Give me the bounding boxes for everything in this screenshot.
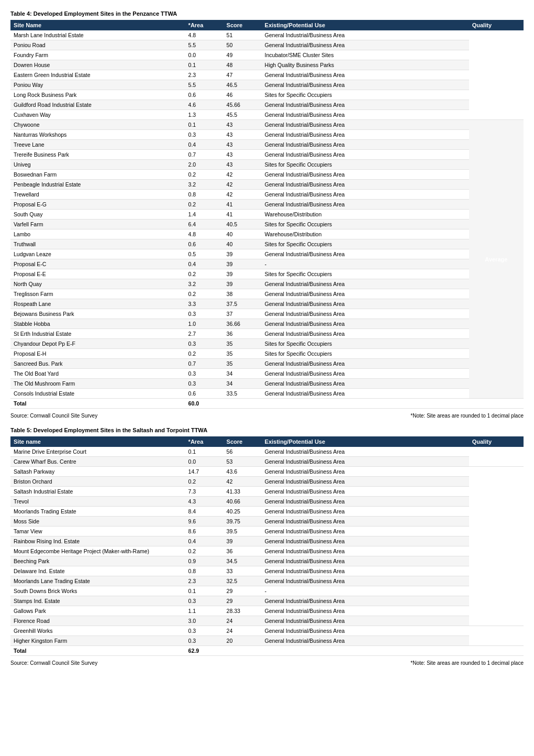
table-row: Stamps Ind. Estate0.329General Industria… — [10, 596, 524, 606]
score-cell: 43 — [224, 160, 262, 170]
area-cell: 0.2 — [185, 200, 224, 210]
score-cell: 20 — [224, 636, 262, 646]
site-name-cell: Boswednan Farm — [10, 170, 185, 180]
use-cell: General Industrial/Business Area — [262, 120, 469, 130]
score-cell: 39 — [224, 279, 262, 289]
site-name-cell: North Quay — [10, 279, 185, 289]
site-name-cell: Guildford Road Industrial Estate — [10, 100, 185, 110]
use-cell: General Industrial/Business Area — [262, 100, 469, 110]
score-cell: 49 — [224, 50, 262, 60]
area-cell: 1.3 — [185, 110, 224, 120]
use-cell: General Industrial/Business Area — [262, 487, 469, 497]
table-row: St Erth Industrial Estate2.736General In… — [10, 329, 524, 339]
table-row: Guildford Road Industrial Estate4.645.66… — [10, 100, 524, 110]
use-cell: Sites for Specific Occupiers — [262, 349, 469, 359]
table-row: Briston Orchard0.242General Industrial/B… — [10, 477, 524, 487]
site-name-cell: Poniou Road — [10, 40, 185, 50]
use-cell: General Industrial/Business Area — [262, 566, 469, 576]
table5-header-use: Existing/Potential Use — [262, 436, 469, 447]
area-cell: 8.4 — [185, 507, 224, 517]
site-name-cell: Stabble Hobba — [10, 319, 185, 329]
score-cell: 37.5 — [224, 299, 262, 309]
area-cell: 5.5 — [185, 40, 224, 50]
area-cell: 9.6 — [185, 517, 224, 527]
table-row: Chywoone0.143General Industrial/Business… — [10, 120, 524, 130]
use-cell: General Industrial/Business Area — [262, 457, 469, 467]
site-name-cell: Poniou Way — [10, 80, 185, 90]
use-cell: General Industrial/Business Area — [262, 467, 469, 477]
area-cell: 0.3 — [185, 636, 224, 646]
use-cell: - — [262, 259, 469, 269]
table4-title: Table 4: Developed Employment Sites in t… — [10, 10, 524, 17]
score-cell: 56 — [224, 447, 262, 457]
table-row: Marine Drive Enterprise Court0.156Genera… — [10, 447, 524, 457]
score-cell: 32.5 — [224, 576, 262, 586]
total-use-empty — [262, 646, 469, 656]
site-name-cell: Moorlands Trading Estate — [10, 507, 185, 517]
table-row: Poniou Way5.546.5General Industrial/Busi… — [10, 80, 524, 90]
site-name-cell: The Old Mushroom Farm — [10, 379, 185, 389]
area-cell: 0.6 — [185, 239, 224, 249]
use-cell: General Industrial/Business Area — [262, 536, 469, 546]
score-cell: 43 — [224, 120, 262, 130]
score-cell: 39.5 — [224, 527, 262, 536]
site-name-cell: Sancreed Bus. Park — [10, 359, 185, 369]
use-cell: General Industrial/Business Area — [262, 40, 469, 50]
table5-header-area: *Area — [185, 436, 224, 447]
area-cell: 0.2 — [185, 170, 224, 180]
score-cell: 42 — [224, 190, 262, 200]
score-cell: 34 — [224, 379, 262, 389]
site-name-cell: Proposal E-E — [10, 269, 185, 279]
score-cell: 33 — [224, 566, 262, 576]
use-cell: General Industrial/Business Area — [262, 80, 469, 90]
area-cell: 0.7 — [185, 150, 224, 160]
table-row: Varfell Farm6.440.5Sites for Specific Oc… — [10, 220, 524, 229]
table-row: Penbeagle Industrial Estate3.242General … — [10, 180, 524, 190]
score-cell: 46 — [224, 90, 262, 100]
use-cell: Incubator/SME Cluster Sites — [262, 50, 469, 60]
score-cell: 35 — [224, 359, 262, 369]
area-cell: 0.0 — [185, 457, 224, 467]
table-row: Moss Side9.639.75General Industrial/Busi… — [10, 517, 524, 527]
table-row: Delaware Ind. Estate0.833General Industr… — [10, 566, 524, 576]
score-cell: 40 — [224, 229, 262, 239]
site-name-cell: Mount Edgecombe Heritage Project (Maker-… — [10, 546, 185, 556]
table-row: Mount Edgecombe Heritage Project (Maker-… — [10, 546, 524, 556]
use-cell: General Industrial/Business Area — [262, 517, 469, 527]
table-row: Boswednan Farm0.242General Industrial/Bu… — [10, 170, 524, 180]
score-cell: 43 — [224, 130, 262, 140]
score-cell: 39 — [224, 536, 262, 546]
use-cell: Sites for Specific Occupiers — [262, 90, 469, 100]
use-cell: - — [262, 586, 469, 596]
quality-cell: Average — [469, 467, 524, 626]
use-cell: General Industrial/Business Area — [262, 319, 469, 329]
table-row: Proposal E-H0.235Sites for Specific Occu… — [10, 349, 524, 359]
use-cell: General Industrial/Business Area — [262, 329, 469, 339]
site-name-cell: Beeching Park — [10, 556, 185, 566]
area-cell: 0.1 — [185, 60, 224, 70]
table-row: Rainbow Rising Ind. Estate0.439General I… — [10, 536, 524, 546]
area-cell: 0.9 — [185, 556, 224, 566]
table-row: Gallows Park1.128.33General Industrial/B… — [10, 606, 524, 616]
site-name-cell: Tamar View — [10, 527, 185, 536]
score-cell: 39 — [224, 259, 262, 269]
site-name-cell: Trewellard — [10, 190, 185, 200]
site-name-cell: Ludgvan Leaze — [10, 249, 185, 259]
area-cell: 4.6 — [185, 100, 224, 110]
use-cell: General Industrial/Business Area — [262, 576, 469, 586]
use-cell: Warehouse/Distribution — [262, 210, 469, 220]
use-cell: General Industrial/Business Area — [262, 626, 469, 636]
use-cell: General Industrial/Business Area — [262, 497, 469, 507]
table-row: Greenhill Works0.324General Industrial/B… — [10, 626, 524, 636]
table-row: Bejowans Business Park0.337General Indus… — [10, 309, 524, 319]
table-row: Ludgvan Leaze0.539General Industrial/Bus… — [10, 249, 524, 259]
area-cell: 0.6 — [185, 389, 224, 399]
area-cell: 0.1 — [185, 120, 224, 130]
area-cell: 0.2 — [185, 546, 224, 556]
use-cell: General Industrial/Business Area — [262, 556, 469, 566]
table-row: The Old Mushroom Farm0.334General Indust… — [10, 379, 524, 389]
use-cell: General Industrial/Business Area — [262, 130, 469, 140]
area-cell: 0.3 — [185, 130, 224, 140]
quality-cell: Poor — [469, 626, 524, 646]
table4-header-use: Existing/Potential Use — [262, 20, 469, 30]
